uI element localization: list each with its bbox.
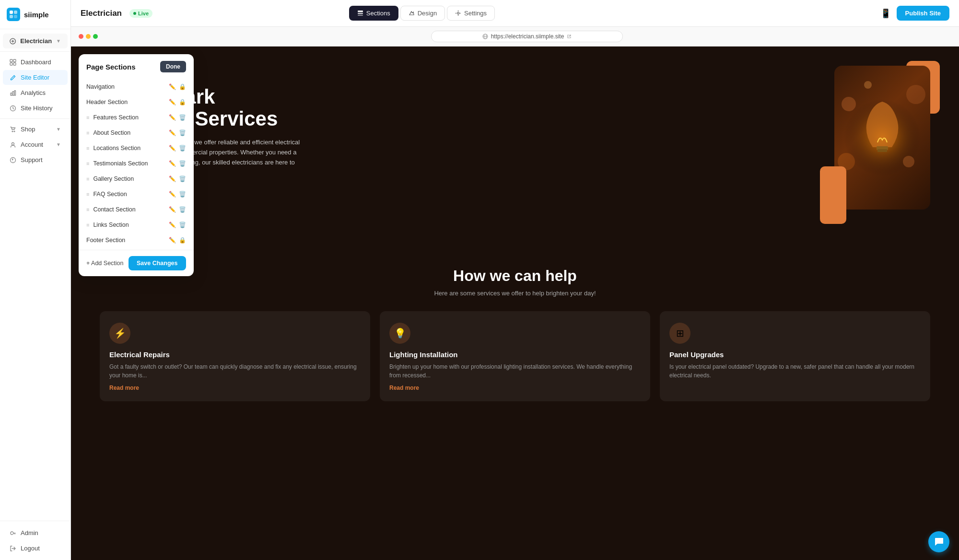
edit-locations-icon[interactable]: ✏️ [169, 145, 176, 152]
edit-gallery-icon[interactable]: ✏️ [169, 175, 176, 182]
edit-about-icon[interactable]: ✏️ [169, 129, 176, 136]
mobile-preview-icon[interactable]: 📱 [880, 8, 891, 19]
account-icon [10, 141, 16, 148]
svg-point-31 [903, 156, 914, 167]
footer-actions: ✏️ 🔒 [169, 237, 186, 244]
topbar-right: 📱 Publish Site [880, 6, 949, 21]
live-dot [133, 12, 136, 15]
edit-footer-icon[interactable]: ✏️ [169, 237, 176, 244]
chevron-down-icon: ▼ [56, 38, 61, 44]
save-changes-button[interactable]: Save Changes [129, 256, 187, 270]
hero-image-main [834, 66, 930, 210]
delete-links-icon[interactable]: 🗑️ [179, 222, 186, 228]
edit-testimonials-icon[interactable]: ✏️ [169, 160, 176, 167]
section-item-about[interactable]: ≡ About Section ✏️ 🗑️ [79, 125, 194, 140]
done-button[interactable]: Done [160, 61, 186, 72]
feature-card-1: 💡 Lighting Installation Brighten up your… [380, 311, 650, 401]
section-features-label: Features Section [93, 114, 166, 121]
chat-bubble-button[interactable] [928, 531, 949, 552]
sidebar-item-shop[interactable]: Shop ▼ [3, 122, 68, 137]
sidebar-item-dashboard[interactable]: Dashboard [3, 55, 68, 70]
section-links-label: Links Section [93, 222, 166, 228]
browser-chrome: https://electrician.siimple.site [71, 27, 959, 47]
electrician-icon [10, 38, 16, 45]
tab-sections[interactable]: Sections [349, 6, 398, 21]
sidebar-item-site-editor[interactable]: Site Editor [3, 70, 68, 85]
sidebar-item-electrician[interactable]: Electrician ▼ [3, 34, 68, 48]
account-label: Account [21, 141, 43, 148]
svg-point-22 [457, 12, 459, 14]
delete-about-icon[interactable]: 🗑️ [179, 129, 186, 136]
edit-contact-icon[interactable]: ✏️ [169, 206, 176, 213]
contact-actions: ✏️ 🗑️ [169, 206, 186, 213]
tab-settings[interactable]: Settings [447, 6, 495, 21]
svg-rect-0 [10, 11, 13, 14]
main-area: Electrician Live Sections Design [71, 0, 959, 560]
section-item-features[interactable]: ≡ Features Section ✏️ 🗑️ [79, 110, 194, 125]
sidebar-item-support[interactable]: Support [3, 152, 68, 167]
section-item-gallery[interactable]: ≡ Gallery Section ✏️ 🗑️ [79, 171, 194, 187]
read-more-1[interactable]: Read more [389, 385, 419, 391]
feature-desc-0: Got a faulty switch or outlet? Our team … [109, 362, 361, 380]
section-gallery-label: Gallery Section [93, 175, 166, 182]
site-history-label: Site History [21, 105, 52, 112]
sidebar-item-site-history[interactable]: Site History [3, 101, 68, 116]
delete-gallery-icon[interactable]: 🗑️ [179, 175, 186, 182]
dashboard-label: Dashboard [21, 58, 51, 66]
delete-features-icon[interactable]: 🗑️ [179, 114, 186, 121]
support-icon [10, 157, 16, 163]
svg-point-29 [842, 97, 856, 111]
delete-locations-icon[interactable]: 🗑️ [179, 145, 186, 152]
topbar-tabs: Sections Design Settings [349, 6, 495, 21]
edit-header-icon[interactable]: ✏️ [169, 99, 176, 105]
features-title: How we can help [100, 267, 930, 285]
logout-icon [10, 545, 16, 552]
read-more-0[interactable]: Read more [109, 385, 139, 391]
edit-faq-icon[interactable]: ✏️ [169, 191, 176, 198]
browser-dots [79, 34, 98, 39]
account-chevron-icon: ▼ [56, 142, 61, 147]
external-link-icon[interactable] [567, 34, 572, 39]
hero-images [777, 56, 940, 238]
section-item-footer[interactable]: Footer Section ✏️ 🔒 [79, 233, 194, 248]
key-icon [10, 530, 16, 537]
delete-faq-icon[interactable]: 🗑️ [179, 191, 186, 198]
feature-icon-2: ⊞ [669, 323, 690, 344]
feature-name-2: Panel Upgrades [669, 350, 921, 359]
section-item-header[interactable]: Header Section ✏️ 🔒 [79, 94, 194, 110]
section-item-locations[interactable]: ≡ Locations Section ✏️ 🗑️ [79, 140, 194, 156]
sidebar-item-admin[interactable]: Admin [3, 525, 68, 540]
section-about-label: About Section [93, 129, 166, 136]
section-item-faq[interactable]: ≡ FAQ Section ✏️ 🗑️ [79, 187, 194, 202]
section-item-navigation[interactable]: Navigation ✏️ 🔒 [79, 79, 194, 94]
edit-features-icon[interactable]: ✏️ [169, 114, 176, 121]
lock-footer-icon[interactable]: 🔒 [179, 237, 186, 244]
lock-navigation-icon[interactable]: 🔒 [179, 83, 186, 90]
delete-testimonials-icon[interactable]: 🗑️ [179, 160, 186, 167]
shop-label: Shop [21, 126, 35, 133]
live-badge: Live [129, 9, 152, 18]
edit-links-icon[interactable]: ✏️ [169, 222, 176, 228]
add-section-button[interactable]: + Add Section [86, 260, 124, 267]
sections-panel: Page Sections Done Navigation ✏️ 🔒 Hea [79, 54, 194, 276]
sidebar-item-analytics[interactable]: Analytics [3, 85, 68, 100]
lock-header-icon[interactable]: 🔒 [179, 99, 186, 105]
chart-icon [10, 90, 16, 96]
edit-navigation-icon[interactable]: ✏️ [169, 83, 176, 90]
section-item-testimonials[interactable]: ≡ Testimonials Section ✏️ 🗑️ [79, 156, 194, 171]
delete-contact-icon[interactable]: 🗑️ [179, 206, 186, 213]
tab-design[interactable]: Design [400, 6, 445, 21]
svg-point-13 [12, 131, 13, 132]
section-item-contact[interactable]: ≡ Contact Section ✏️ 🗑️ [79, 202, 194, 217]
svg-rect-11 [14, 91, 16, 95]
sidebar-item-account[interactable]: Account ▼ [3, 137, 68, 152]
topbar-site-name: Electrician [81, 9, 122, 18]
publish-site-button[interactable]: Publish Site [897, 6, 949, 21]
sidebar: siimple Electrician ▼ Dashboard Sit [0, 0, 71, 560]
section-header-label: Header Section [86, 99, 166, 105]
drag-gallery-icon: ≡ [86, 176, 89, 182]
svg-point-16 [11, 157, 16, 163]
sidebar-item-logout[interactable]: Logout [3, 541, 68, 556]
section-item-links[interactable]: ≡ Links Section ✏️ 🗑️ [79, 217, 194, 233]
browser-dot-yellow [86, 34, 91, 39]
